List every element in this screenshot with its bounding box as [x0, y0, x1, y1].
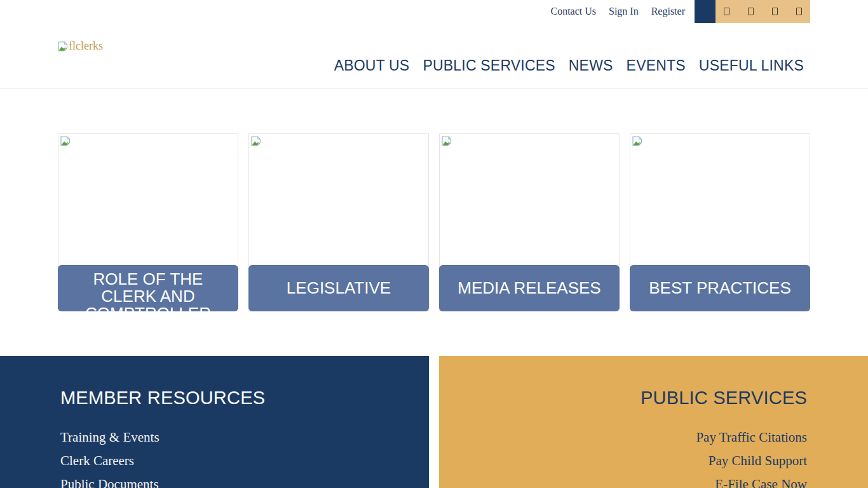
public-services-title: PUBLIC SERVICES [465, 388, 807, 409]
site-logo[interactable]: flclerks [58, 39, 103, 53]
link-pay-traffic-citations[interactable]: Pay Traffic Citations [465, 426, 807, 449]
register-link[interactable]: Register [651, 6, 685, 17]
logo-text: flclerks [69, 39, 103, 53]
public-services-panel: PUBLIC SERVICES Pay Traffic Citations Pa… [439, 356, 868, 488]
broken-image-icon [251, 136, 261, 146]
social-icon-1[interactable] [724, 8, 729, 15]
card-title-banner: LEGISLATIVE [248, 265, 429, 311]
card-role-of-the-clerk[interactable]: ROLE OF THE CLERK AND COMPTROLLER [58, 133, 238, 311]
nav-useful-links[interactable]: USEFUL LINKS [699, 57, 804, 74]
contact-us-link[interactable]: Contact Us [550, 6, 596, 17]
public-services-links: Pay Traffic Citations Pay Child Support … [465, 426, 807, 488]
search-button[interactable] [695, 0, 715, 23]
link-pay-child-support[interactable]: Pay Child Support [465, 449, 807, 473]
card-title: LEGISLATIVE [287, 280, 391, 297]
card-title: MEDIA RELEASES [458, 280, 600, 297]
link-training-events[interactable]: Training & Events [60, 426, 403, 449]
topbar-links: Contact Us Sign In Register [550, 0, 685, 23]
link-public-documents[interactable]: Public Documents [60, 473, 403, 488]
broken-image-icon [60, 136, 71, 146]
broken-image-icon [58, 41, 68, 51]
card-title-banner: BEST PRACTICES [630, 265, 810, 311]
card-media-releases[interactable]: MEDIA RELEASES [439, 133, 620, 311]
link-efile-case-now[interactable]: E-File Case Now [465, 473, 807, 488]
member-resources-title: MEMBER RESOURCES [60, 388, 403, 409]
card-title-banner: MEDIA RELEASES [439, 265, 620, 311]
card-title: BEST PRACTICES [649, 280, 790, 297]
top-utility-bar: Contact Us Sign In Register [0, 0, 868, 23]
bottom-panels: MEMBER RESOURCES Training & Events Clerk… [0, 356, 868, 488]
nav-events[interactable]: EVENTS [627, 57, 686, 74]
social-icon-3[interactable] [772, 8, 778, 15]
sign-in-link[interactable]: Sign In [609, 6, 639, 17]
feature-cards: ROLE OF THE CLERK AND COMPTROLLER LEGISL… [58, 133, 810, 311]
social-icon-4[interactable] [796, 8, 802, 15]
nav-public-services[interactable]: PUBLIC SERVICES [423, 57, 555, 74]
nav-news[interactable]: NEWS [569, 57, 613, 74]
social-icons-bar [715, 0, 810, 23]
site-header: flclerks ABOUT US PUBLIC SERVICES NEWS E… [0, 23, 868, 89]
broken-image-icon [442, 136, 452, 146]
member-resources-panel: MEMBER RESOURCES Training & Events Clerk… [0, 356, 429, 488]
broken-image-icon [632, 136, 642, 146]
card-title: ROLE OF THE CLERK AND COMPTROLLER [65, 271, 231, 311]
card-best-practices[interactable]: BEST PRACTICES [630, 133, 810, 311]
nav-about-us[interactable]: ABOUT US [334, 57, 410, 74]
link-clerk-careers[interactable]: Clerk Careers [60, 449, 403, 473]
main-nav: ABOUT US PUBLIC SERVICES NEWS EVENTS USE… [334, 57, 804, 74]
social-icon-2[interactable] [748, 8, 754, 15]
card-title-banner: ROLE OF THE CLERK AND COMPTROLLER [58, 265, 238, 311]
member-resources-links: Training & Events Clerk Careers Public D… [60, 426, 403, 488]
card-legislative[interactable]: LEGISLATIVE [248, 133, 429, 311]
